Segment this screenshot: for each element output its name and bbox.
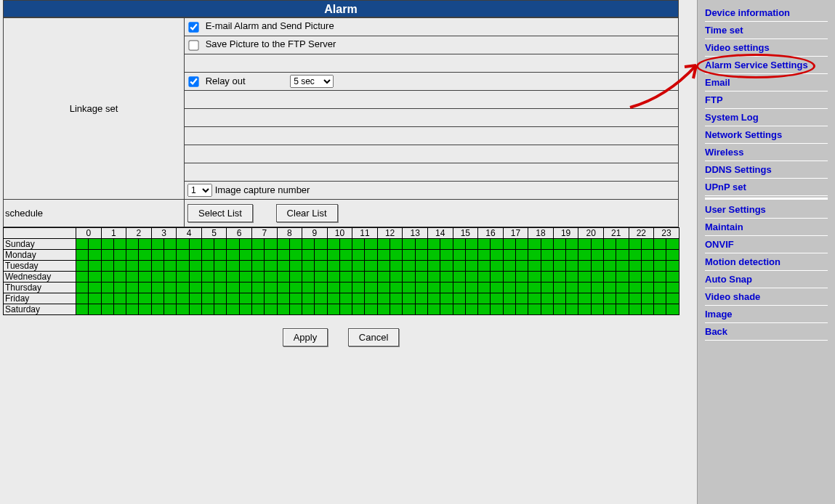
schedule-cell[interactable] (352, 272, 365, 283)
schedule-cell[interactable] (666, 261, 679, 272)
schedule-cell[interactable] (491, 239, 503, 250)
schedule-cell[interactable] (427, 239, 440, 250)
schedule-cell[interactable] (289, 293, 302, 304)
schedule-cell[interactable] (377, 293, 390, 304)
schedule-cell[interactable] (189, 272, 201, 283)
schedule-cell[interactable] (277, 283, 289, 293)
schedule-cell[interactable] (352, 250, 365, 261)
schedule-cell[interactable] (528, 304, 541, 315)
schedule-cell[interactable] (214, 304, 227, 315)
schedule-cell[interactable] (503, 293, 515, 304)
schedule-cell[interactable] (403, 261, 415, 272)
schedule-cell[interactable] (641, 304, 653, 315)
schedule-cell[interactable] (352, 293, 365, 304)
schedule-cell[interactable] (189, 283, 201, 293)
schedule-cell[interactable] (139, 250, 151, 261)
schedule-cell[interactable] (616, 239, 629, 250)
schedule-cell[interactable] (265, 261, 277, 272)
schedule-cell[interactable] (515, 283, 528, 293)
sidebar-link-onvif[interactable]: ONVIF (705, 239, 734, 250)
schedule-cell[interactable] (465, 293, 477, 304)
schedule-cell[interactable] (151, 239, 164, 250)
schedule-cell[interactable] (415, 272, 427, 283)
schedule-cell[interactable] (390, 250, 403, 261)
schedule-cell[interactable] (453, 283, 465, 293)
schedule-cell[interactable] (528, 272, 541, 283)
schedule-cell[interactable] (113, 304, 126, 315)
schedule-cell[interactable] (503, 304, 515, 315)
schedule-cell[interactable] (289, 250, 302, 261)
schedule-cell[interactable] (654, 261, 666, 272)
schedule-cell[interactable] (440, 283, 453, 293)
schedule-cell[interactable] (327, 283, 339, 293)
schedule-cell[interactable] (415, 239, 427, 250)
schedule-cell[interactable] (453, 261, 465, 272)
schedule-cell[interactable] (177, 261, 189, 272)
sidebar-link-network-settings[interactable]: Network Settings (705, 129, 782, 140)
schedule-cell[interactable] (139, 293, 151, 304)
schedule-cell[interactable] (113, 250, 126, 261)
schedule-cell[interactable] (440, 272, 453, 283)
schedule-cell[interactable] (201, 272, 214, 283)
schedule-cell[interactable] (616, 272, 629, 283)
schedule-cell[interactable] (666, 304, 679, 315)
schedule-cell[interactable] (553, 250, 565, 261)
schedule-cell[interactable] (515, 272, 528, 283)
schedule-cell[interactable] (465, 261, 477, 272)
schedule-cell[interactable] (101, 283, 113, 293)
schedule-cell[interactable] (289, 272, 302, 283)
schedule-cell[interactable] (89, 293, 101, 304)
schedule-cell[interactable] (578, 250, 591, 261)
schedule-cell[interactable] (465, 304, 477, 315)
schedule-cell[interactable] (390, 283, 403, 293)
schedule-cell[interactable] (265, 272, 277, 283)
schedule-cell[interactable] (352, 261, 365, 272)
schedule-cell[interactable] (201, 304, 214, 315)
schedule-cell[interactable] (277, 239, 289, 250)
schedule-cell[interactable] (126, 283, 139, 293)
schedule-cell[interactable] (403, 239, 415, 250)
schedule-cell[interactable] (629, 304, 641, 315)
schedule-cell[interactable] (214, 272, 227, 283)
schedule-cell[interactable] (553, 239, 565, 250)
schedule-cell[interactable] (465, 272, 477, 283)
schedule-cell[interactable] (139, 304, 151, 315)
schedule-cell[interactable] (76, 283, 89, 293)
schedule-cell[interactable] (491, 283, 503, 293)
schedule-cell[interactable] (289, 239, 302, 250)
schedule-cell[interactable] (126, 272, 139, 283)
schedule-cell[interactable] (440, 293, 453, 304)
schedule-cell[interactable] (629, 283, 641, 293)
schedule-cell[interactable] (440, 239, 453, 250)
sidebar-link-image[interactable]: Image (705, 309, 733, 320)
schedule-cell[interactable] (616, 261, 629, 272)
schedule-cell[interactable] (227, 261, 239, 272)
schedule-cell[interactable] (377, 304, 390, 315)
schedule-cell[interactable] (403, 250, 415, 261)
schedule-cell[interactable] (201, 250, 214, 261)
schedule-cell[interactable] (578, 283, 591, 293)
schedule-cell[interactable] (415, 261, 427, 272)
schedule-cell[interactable] (528, 239, 541, 250)
schedule-cell[interactable] (315, 261, 327, 272)
schedule-cell[interactable] (302, 239, 315, 250)
schedule-cell[interactable] (189, 293, 201, 304)
schedule-cell[interactable] (654, 293, 666, 304)
schedule-cell[interactable] (76, 239, 89, 250)
schedule-cell[interactable] (315, 239, 327, 250)
sidebar-link-video-settings[interactable]: Video settings (705, 42, 770, 53)
schedule-cell[interactable] (377, 239, 390, 250)
relay-out-checkbox[interactable] (188, 76, 198, 86)
schedule-cell[interactable] (327, 272, 339, 283)
schedule-cell[interactable] (591, 272, 603, 283)
schedule-cell[interactable] (566, 239, 578, 250)
schedule-cell[interactable] (189, 250, 201, 261)
schedule-cell[interactable] (302, 261, 315, 272)
schedule-cell[interactable] (315, 304, 327, 315)
schedule-cell[interactable] (151, 250, 164, 261)
ftp-save-checkbox[interactable] (188, 40, 198, 50)
schedule-cell[interactable] (265, 250, 277, 261)
schedule-cell[interactable] (603, 250, 616, 261)
schedule-cell[interactable] (541, 239, 553, 250)
schedule-cell[interactable] (315, 293, 327, 304)
